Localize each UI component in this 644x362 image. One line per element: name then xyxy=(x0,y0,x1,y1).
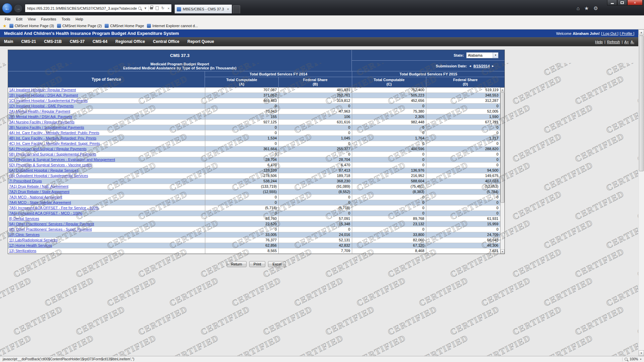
service-line-link[interactable]: 7A3) MCO - National Agreement xyxy=(9,195,62,199)
service-line-link[interactable]: 6B) Outpatient Hospital / Supplemental S… xyxy=(9,174,88,178)
service-line-link[interactable]: 3B) Nursing Facility / Supplemental Paym… xyxy=(9,125,84,129)
nav-item-cms-21[interactable]: CMS-21 xyxy=(17,37,40,46)
service-line-link[interactable]: 2B) Mental Health / DSH Adj. Payment xyxy=(9,115,72,119)
service-line-link[interactable]: 7A4) MCO - State Sidebar Agreement xyxy=(9,200,71,204)
previous-date-icon[interactable]: ◄ xyxy=(469,64,472,68)
page-scroll-up-icon[interactable]: ▲ xyxy=(639,29,644,35)
value-cell: 0 xyxy=(205,130,278,135)
zoom-level[interactable]: 100% xyxy=(630,357,638,361)
home-icon[interactable]: ⌂ xyxy=(577,5,580,11)
service-line-link[interactable]: 1A) Inpatient Hospital / Regular Payment xyxy=(9,88,76,92)
favorites-bar-item[interactable]: CMSnet Home Page xyxy=(105,24,147,28)
service-line-link[interactable]: 10) Clinic Services xyxy=(9,233,40,237)
menu-favorites[interactable]: Favorites xyxy=(38,16,59,22)
menu-file[interactable]: File xyxy=(2,16,13,22)
favorites-bar-item[interactable]: CMSnet Home Page (2) xyxy=(57,24,105,28)
compatibility-icon[interactable] xyxy=(154,4,160,12)
zoom-caret-icon[interactable]: ▾ xyxy=(640,358,641,361)
certified-watermark: CERTIFIED xyxy=(604,333,638,356)
page-scroll-down-icon[interactable]: ▼ xyxy=(639,350,644,356)
address-bar[interactable]: https://65.220.21.9/MBESCBES/CMS37/CMS37… xyxy=(25,4,172,12)
service-line-link[interactable]: 7) Prescribed Drugs xyxy=(9,179,42,183)
nav-item-main[interactable]: Main xyxy=(0,37,17,46)
logout-link[interactable]: [ Log Out ] xyxy=(601,32,618,36)
service-line-link[interactable]: 8) Dental Services xyxy=(9,217,39,221)
font-increase-link[interactable]: A+ xyxy=(624,40,629,44)
service-line-link[interactable]: 4A) Int. Care Facility - Mentally Retard… xyxy=(9,131,99,135)
service-line-link[interactable]: 11) Lab/Radiological Services xyxy=(9,238,58,242)
nav-item-regional-office[interactable]: Regional Office xyxy=(111,37,149,46)
font-decrease-link[interactable]: A- xyxy=(631,40,634,44)
service-line-link[interactable]: 3A) Nursing Facility / Regular Payments xyxy=(9,120,74,124)
favorites-bar-item[interactable]: CMSnet Home Page (3) xyxy=(9,24,57,28)
address-url[interactable]: https://65.220.21.9/MBESCBES/CMS37/CMS37… xyxy=(25,6,137,10)
value-cell: 0 xyxy=(426,163,500,168)
service-line-link[interactable]: 9B) Other Practitioners' Services - Supp… xyxy=(9,227,92,231)
nav-item-central-office[interactable]: Central Office xyxy=(149,37,183,46)
nav-item-cms-21b[interactable]: CMS-21B xyxy=(40,37,66,46)
service-line-link[interactable]: 1D) Inpatient Hospital - GME Payments xyxy=(9,104,74,108)
service-line-link[interactable]: 5D) Physician & Surgical Services - Vacc… xyxy=(9,163,92,167)
service-line-link[interactable]: 13) Sterilizations xyxy=(9,249,36,253)
value-cell: 0 xyxy=(352,195,426,200)
favorite-page-icon xyxy=(57,24,61,28)
new-tab-button[interactable] xyxy=(233,5,240,13)
table-row: 7A6) Increased ACA OFFSET - MCO - 100%00… xyxy=(8,211,500,216)
scroll-up-icon[interactable]: ▲ xyxy=(500,87,504,92)
service-line-link[interactable]: 9A) Other Practitioners' Services / Regu… xyxy=(9,222,94,226)
next-date-icon[interactable]: ► xyxy=(491,64,494,68)
stop-icon[interactable]: × xyxy=(166,4,171,12)
maximize-button[interactable] xyxy=(617,0,627,5)
profile-link[interactable]: [ Profile ] xyxy=(620,32,634,36)
favorites-bar-item[interactable]: Internet Explorer cannot d... xyxy=(147,24,201,28)
refresh-link[interactable]: Refresh xyxy=(607,40,620,44)
browser-tab[interactable]: MBES/CBES - CMS 37.3 × xyxy=(174,4,232,13)
return-button[interactable]: Return xyxy=(227,261,247,267)
forward-button[interactable]: → xyxy=(14,4,22,13)
state-select[interactable]: Alabama ▾ xyxy=(466,52,498,58)
tab-close-icon[interactable]: × xyxy=(226,7,230,11)
service-line-link[interactable]: 5A) Physician and Surgical / Regular Pay… xyxy=(9,147,87,151)
service-line-link[interactable]: 1C) Inpatient Hospital / Supplemental Pa… xyxy=(9,99,88,103)
menu-tools[interactable]: Tools xyxy=(59,16,73,22)
table-scrollbar[interactable]: ▲ ▼ xyxy=(500,87,504,254)
menu-help[interactable]: Help xyxy=(73,16,86,22)
service-line-link[interactable]: 12) Home Health Services xyxy=(9,243,52,247)
help-link[interactable]: Help xyxy=(595,40,603,44)
service-line-link[interactable]: 4C) Int. Care Facility - Mentally Retard… xyxy=(9,141,100,145)
menu-edit[interactable]: Edit xyxy=(13,16,25,22)
submission-date-value[interactable]: 8/15/2014 xyxy=(473,64,490,68)
back-button[interactable]: ← xyxy=(2,3,12,13)
service-line-link[interactable]: 4B) Int. Care Facility - Mentally Retard… xyxy=(9,136,96,140)
nav-item-cms-37[interactable]: CMS-37 xyxy=(66,37,89,46)
service-line-link[interactable]: 7A6) Increased ACA OFFSET - MCO - 100% xyxy=(9,211,83,215)
refresh-icon[interactable]: ↻ xyxy=(160,4,166,12)
nav-item-report-queue[interactable]: Report Queue xyxy=(183,37,218,46)
scroll-down-icon[interactable]: ▼ xyxy=(500,249,504,254)
search-icon[interactable] xyxy=(137,4,143,12)
print-button[interactable]: Print xyxy=(249,261,266,267)
zoom-icon[interactable] xyxy=(625,358,628,361)
tab-favicon-icon xyxy=(177,7,181,11)
minimize-button[interactable] xyxy=(607,0,617,5)
address-dropdown-caret[interactable]: ▾ xyxy=(143,4,148,12)
page-scrollbar[interactable]: ▲ ▼ xyxy=(638,29,644,356)
service-line-link[interactable]: 2A) Mental Health / Regular Payment xyxy=(9,109,70,113)
service-line-link[interactable]: 5C) Physician & Surgical Services - Eval… xyxy=(9,158,115,162)
service-line-link[interactable]: 7A5) Increased ACA OFFSET - Fee for Serv… xyxy=(9,206,99,210)
gear-icon[interactable]: ⚙ xyxy=(594,5,598,11)
nav-item-cms-64[interactable]: CMS-64 xyxy=(89,37,111,46)
state-select-caret-icon[interactable]: ▾ xyxy=(493,53,498,58)
service-line-link[interactable]: 5B) Physician and Surgical / Supplementa… xyxy=(9,152,96,156)
page-scrollbar-thumb[interactable] xyxy=(639,36,644,171)
close-button[interactable]: × xyxy=(627,0,643,5)
service-line-link[interactable]: 7A1) Drug Rebate / Natl. Agreement xyxy=(9,184,68,188)
add-favorite-star-icon[interactable]: ★ xyxy=(3,23,7,28)
service-line-link[interactable]: 7A2) Drug Rebate / State Agreement xyxy=(9,190,69,194)
service-line-link[interactable]: 1B) Inpatient Hospital / DSH Adj. Paymen… xyxy=(9,93,78,97)
service-line-link[interactable]: 6A) Outpatient Hospital / Regular Servic… xyxy=(9,168,78,172)
excel-button[interactable]: Excel xyxy=(268,261,286,267)
menu-view[interactable]: View xyxy=(25,16,39,22)
favorites-star-icon[interactable]: ★ xyxy=(584,5,589,11)
table-scrollbar-thumb[interactable] xyxy=(500,92,504,203)
